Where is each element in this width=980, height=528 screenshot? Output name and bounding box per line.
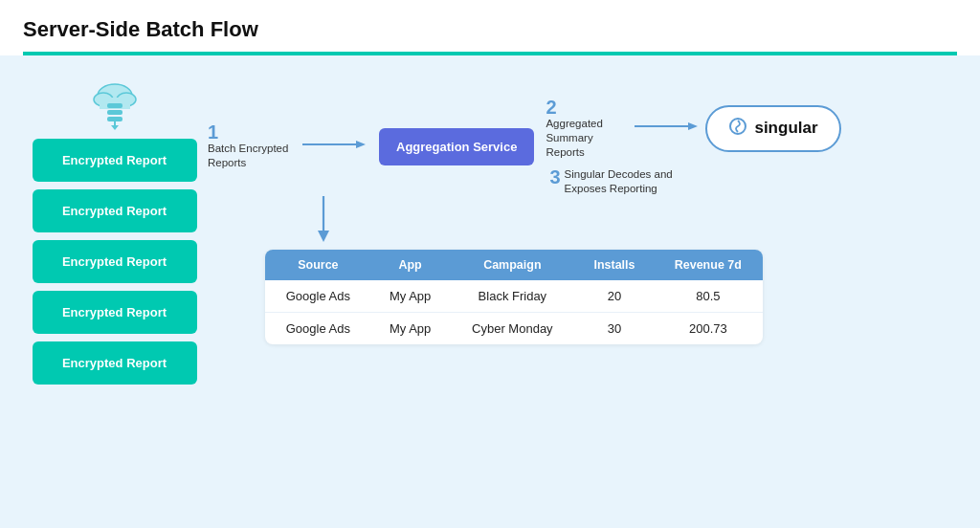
arrow-to-aggregation: [302, 137, 369, 156]
col-source: Source: [265, 250, 371, 280]
left-column: Encrypted Report Encrypted Report Encryp…: [31, 78, 198, 392]
table-header-row: Source App Campaign Installs Revenue 7d: [265, 250, 763, 280]
main-horizontal-flow: 1 Batch Encrypted Reports Aggregation Se…: [208, 98, 949, 196]
svg-marker-10: [356, 141, 366, 148]
cell-r0-c4: 80.5: [654, 280, 763, 313]
col-campaign: Campaign: [449, 250, 575, 280]
cell-r0-c0: Google Ads: [265, 280, 371, 313]
main-content: Encrypted Report Encrypted Report Encryp…: [0, 55, 980, 528]
bottom-section: Source App Campaign Installs Revenue 7d …: [246, 196, 949, 344]
full-flow: Encrypted Report Encrypted Report Encryp…: [31, 78, 949, 392]
cell-r1-c2: Cyber Monday: [449, 312, 575, 344]
cell-r1-c0: Google Ads: [265, 312, 371, 344]
step3-number: 3: [549, 167, 560, 187]
cell-r0-c2: Black Friday: [449, 280, 575, 313]
cell-r0-c3: 20: [575, 280, 653, 313]
center-right-flow: 1 Batch Encrypted Reports Aggregation Se…: [208, 78, 949, 344]
cell-r1-c4: 200.73: [654, 312, 763, 344]
cloud-database-icon: [86, 78, 144, 131]
step1-block: 1 Batch Encrypted Reports: [208, 122, 289, 170]
svg-marker-8: [111, 125, 119, 130]
encrypted-report-2[interactable]: Encrypted Report: [33, 189, 197, 232]
cell-r1-c3: 30: [575, 312, 653, 344]
page-wrapper: Server-Side Batch Flow: [0, 0, 980, 528]
arrow-to-singular: [635, 119, 702, 138]
col-app: App: [371, 250, 450, 280]
table-row: Google AdsMy AppCyber Monday30200.73: [265, 312, 763, 344]
svg-rect-6: [107, 117, 122, 121]
arrow-down: [313, 196, 334, 248]
singular-box[interactable]: singular: [705, 105, 840, 152]
cell-r0-c1: My App: [371, 280, 450, 313]
page-title: Server-Side Batch Flow: [23, 17, 957, 42]
aggregation-service-box[interactable]: Aggregation Service: [379, 128, 534, 165]
cell-r1-c1: My App: [371, 312, 450, 344]
singular-label: singular: [754, 119, 817, 138]
encrypted-report-4[interactable]: Encrypted Report: [33, 291, 197, 334]
col-installs: Installs: [575, 250, 653, 280]
step1-number: 1: [208, 122, 218, 142]
encrypted-report-1[interactable]: Encrypted Report: [33, 139, 197, 182]
data-table-wrapper: Source App Campaign Installs Revenue 7d …: [265, 250, 763, 344]
svg-rect-4: [107, 103, 122, 108]
step2-text: Aggregated Summary Reports: [546, 117, 627, 160]
step2-number: 2: [546, 98, 556, 117]
col-revenue: Revenue 7d: [654, 250, 763, 280]
step3-text: Singular Decodes and Exposes Reporting: [565, 167, 689, 196]
svg-rect-5: [107, 110, 122, 115]
svg-marker-12: [688, 122, 698, 130]
table-row: Google AdsMy AppBlack Friday2080.5: [265, 280, 763, 313]
header-section: Server-Side Batch Flow: [0, 0, 980, 55]
singular-logo-icon: [728, 117, 747, 141]
svg-marker-15: [318, 231, 329, 242]
encrypted-report-3[interactable]: Encrypted Report: [33, 240, 197, 283]
step1-text: Batch Encrypted Reports: [208, 142, 289, 170]
encrypted-report-5[interactable]: Encrypted Report: [33, 341, 197, 385]
summary-table: Source App Campaign Installs Revenue 7d …: [265, 250, 763, 344]
step3-block: 3 Singular Decodes and Exposes Reporting: [549, 167, 688, 196]
